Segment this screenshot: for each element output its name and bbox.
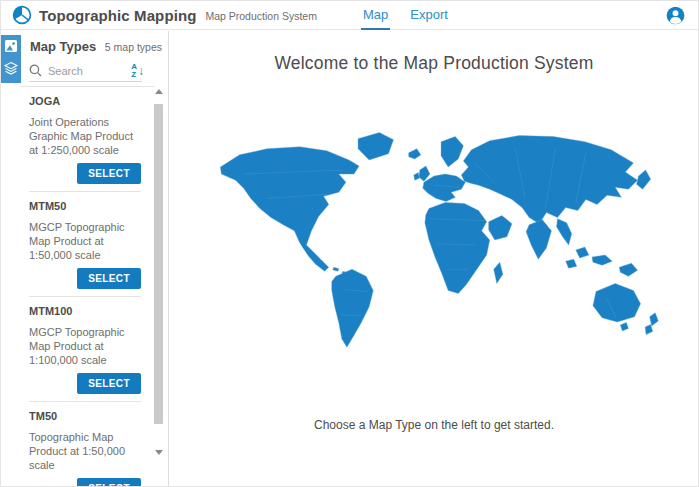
search-icon: [29, 64, 42, 77]
scrollbar-down-arrow[interactable]: [155, 448, 163, 456]
map-type-name: JOGA: [29, 95, 141, 107]
tab-map[interactable]: Map: [361, 1, 390, 30]
world-map-graphic: [191, 93, 677, 405]
main-tabs: Map Export: [361, 1, 468, 30]
select-button-mtm50[interactable]: SELECT: [77, 268, 141, 289]
select-button-joga[interactable]: SELECT: [77, 163, 141, 184]
main-content: Welcome to the Map Production System: [170, 31, 698, 486]
map-type-count: 5 map types: [105, 41, 162, 53]
map-type-name: MTM50: [29, 200, 141, 212]
app-subtitle: Map Production System: [205, 10, 316, 22]
sidebar-scrollbar[interactable]: [154, 88, 164, 456]
app-window: Topographic Mapping Map Production Syste…: [0, 0, 699, 487]
list-item-mtm50: MTM50 MGCP Topographic Map Product at 1:…: [29, 192, 141, 297]
map-types-panel: Map Types 5 map types A Z ↓ JOGA Joint O…: [1, 31, 169, 486]
app-title: Topographic Mapping: [39, 7, 196, 24]
sort-az-icon[interactable]: A Z ↓: [131, 63, 144, 79]
search-input[interactable]: [48, 65, 138, 77]
list-item-joga: JOGA Joint Operations Graphic Map Produc…: [29, 87, 141, 192]
tab-export[interactable]: Export: [408, 1, 450, 30]
select-button-tm50[interactable]: SELECT: [77, 478, 141, 487]
panel-action-strip: [1, 35, 21, 83]
header-branding: Topographic Mapping Map Production Syste…: [1, 5, 317, 25]
panel-header: Map Types 5 map types: [30, 39, 162, 54]
user-account-icon[interactable]: [666, 6, 685, 25]
globe-logo-icon: [12, 5, 32, 25]
scrollbar-up-arrow[interactable]: [155, 88, 163, 96]
map-type-description: MGCP Topographic Map Product at 1:100,00…: [29, 325, 141, 367]
app-header: Topographic Mapping Map Production Syste…: [1, 1, 698, 30]
map-type-description: MGCP Topographic Map Product at 1:50,000…: [29, 220, 141, 262]
panel-title: Map Types: [30, 39, 96, 54]
list-item-mtm100: MTM100 MGCP Topographic Map Product at 1…: [29, 297, 141, 402]
map-products-icon[interactable]: [4, 39, 18, 53]
map-type-description: Joint Operations Graphic Map Product at …: [29, 115, 141, 157]
map-type-description: Topographic Map Product at 1:50,000 scal…: [29, 430, 141, 472]
sort-letters: A Z: [131, 63, 137, 79]
layers-icon[interactable]: [4, 61, 18, 75]
search-box: [29, 64, 142, 82]
map-type-list: JOGA Joint Operations Graphic Map Produc…: [29, 87, 141, 487]
instruction-text: Choose a Map Type on the left to get sta…: [170, 418, 698, 432]
scrollbar-thumb[interactable]: [154, 104, 163, 424]
select-button-mtm100[interactable]: SELECT: [77, 373, 141, 394]
list-item-tm50: TM50 Topographic Map Product at 1:50,000…: [29, 402, 141, 487]
world-map: [170, 93, 698, 405]
map-type-name: TM50: [29, 410, 141, 422]
map-type-name: MTM100: [29, 305, 141, 317]
sort-arrow-down: ↓: [138, 65, 144, 77]
welcome-title: Welcome to the Map Production System: [170, 53, 698, 74]
